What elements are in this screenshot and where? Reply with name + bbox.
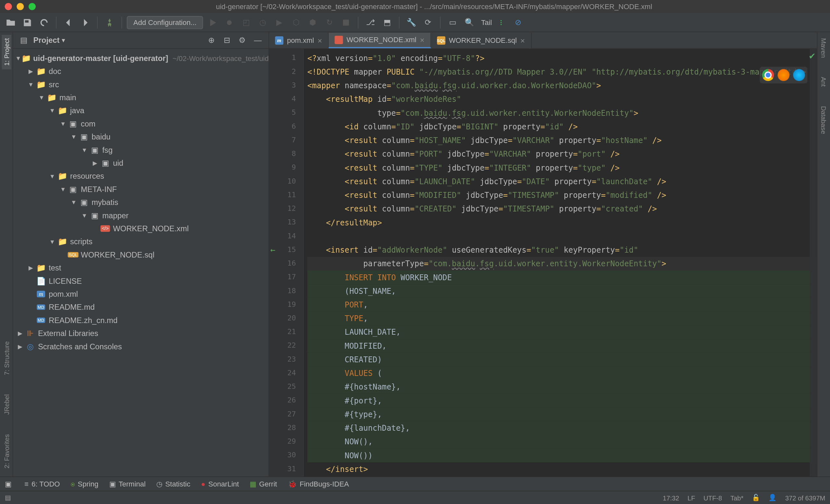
update-project-icon[interactable]: ⬒ (380, 15, 394, 30)
stop-icon[interactable] (339, 15, 353, 30)
chrome-icon[interactable] (762, 69, 774, 81)
coverage-icon[interactable]: ◰ (239, 15, 253, 30)
debug-icon[interactable] (222, 15, 236, 30)
bottom-tool-todo[interactable]: ≡6: TODO (24, 480, 60, 488)
panel-settings-icon[interactable]: ⚙ (236, 34, 248, 46)
tree-item[interactable]: ▼📁src (13, 77, 268, 91)
status-man-icon[interactable]: 👤 (768, 494, 777, 501)
attach-debug-icon[interactable]: ⬡ (289, 15, 303, 30)
bottom-tool-gerrit[interactable]: ▦Gerrit (250, 480, 277, 488)
package-icon: ▣ (68, 119, 78, 128)
panel-title[interactable]: Project ▾ (33, 36, 202, 45)
stripe-ant[interactable]: Ant (819, 73, 828, 90)
tree-item[interactable]: ▼📁scripts (13, 235, 268, 248)
bottom-tool-findbugsidea[interactable]: 🐞FindBugs-IDEA (288, 480, 349, 488)
maximize-window-button[interactable] (29, 3, 36, 10)
folder-icon: 📁 (36, 66, 46, 75)
stripe-jrebel[interactable]: JRebel (2, 391, 11, 418)
editor-tab[interactable]: SQLWORKER_NODE.sql× (431, 33, 532, 48)
sync-settings-icon[interactable]: ⟳ (421, 15, 436, 30)
md-icon: MD (36, 317, 46, 323)
tool-window-quick-access-icon[interactable]: ▣ (5, 480, 11, 488)
profile-icon[interactable]: ◷ (255, 15, 270, 30)
tree-item[interactable]: ▼▣fsg (13, 143, 268, 156)
tree-ext-libs[interactable]: ▶ ⊪ External Libraries (13, 326, 268, 339)
tree-item[interactable]: ▼▣mybatis (13, 195, 268, 208)
tree-item[interactable]: mpom.xml (13, 287, 268, 300)
heartbeat-icon[interactable]: ⫶ (494, 15, 508, 30)
status-memory[interactable]: 372 of 6397M (785, 494, 826, 501)
tree-item[interactable]: ▶▣uid (13, 156, 268, 169)
locate-file-icon[interactable]: ⊕ (205, 34, 218, 46)
editor-gutter[interactable]: 1234567891011121314←15161718192021222324… (269, 49, 304, 477)
status-line-ending[interactable]: LF (687, 494, 695, 501)
editor-tab[interactable]: WORKER_NODE.xml× (329, 33, 431, 48)
close-tab-icon[interactable]: × (317, 36, 322, 45)
bottom-tool-spring[interactable]: ⍟Spring (71, 480, 99, 488)
tree-item[interactable]: ▼▣baidu (13, 130, 268, 143)
editor-tab[interactable]: mpom.xml× (269, 33, 329, 48)
tree-item[interactable]: MDREADME.md (13, 300, 268, 313)
status-stripe[interactable]: ✔ (810, 49, 817, 477)
status-encoding[interactable]: UTF-8 (704, 494, 722, 501)
block-icon[interactable]: ⊘ (511, 15, 525, 30)
hotswap-icon[interactable]: ↻ (322, 15, 337, 30)
browser-preview-icons (760, 67, 807, 83)
stripe-favorites[interactable]: 2: Favorites (2, 430, 11, 472)
build-icon[interactable] (102, 15, 117, 30)
presentation-icon[interactable]: ▭ (445, 15, 460, 30)
vcs-icon[interactable]: ⎇ (363, 15, 377, 30)
forward-icon[interactable] (78, 15, 92, 30)
tree-item[interactable]: ▼▣com (13, 117, 268, 130)
tree-item[interactable]: ▼📁resources (13, 169, 268, 182)
collapse-all-icon[interactable]: ⊟ (221, 34, 233, 46)
left-tool-stripe: 1: Project 7: Structure JRebel 2: Favori… (0, 32, 13, 476)
hide-panel-icon[interactable]: — (252, 34, 264, 46)
run-anything-icon[interactable]: ▶ (272, 15, 286, 30)
run-config-button[interactable]: Add Configuration... (127, 16, 203, 29)
close-tab-icon[interactable]: × (520, 36, 525, 45)
editor-tabs: mpom.xml×WORKER_NODE.xml×SQLWORKER_NODE.… (269, 32, 817, 49)
tree-item[interactable]: ▼▣mapper (13, 209, 268, 222)
status-tab[interactable]: Tab* (731, 494, 743, 501)
tail-label[interactable]: Tail (481, 18, 492, 27)
bottom-tool-terminal[interactable]: ▣Terminal (109, 480, 146, 488)
tree-item[interactable]: MDREADME.zh_cn.md (13, 313, 268, 326)
minimize-window-button[interactable] (17, 3, 24, 10)
bottom-tool-sonarlint[interactable]: ●SonarLint (201, 480, 239, 488)
search-everywhere-icon[interactable]: 🔍 (462, 15, 476, 30)
tree-item[interactable]: ▶📁test (13, 261, 268, 274)
tree-root[interactable]: ▼ 📁 uid-generator-master [uid-generator]… (13, 51, 268, 64)
safari-icon[interactable] (793, 69, 805, 81)
open-file-icon[interactable] (4, 15, 18, 30)
m-file-icon: m (275, 36, 283, 45)
stripe-project[interactable]: 1: Project (2, 35, 11, 69)
tree-item[interactable]: ▼📁main (13, 91, 268, 103)
panel-view-icon[interactable]: ▤ (18, 34, 30, 46)
settings-icon[interactable]: 🔧 (404, 15, 419, 30)
close-window-button[interactable] (5, 3, 12, 10)
back-icon[interactable] (61, 15, 75, 30)
stripe-database[interactable]: Database (819, 102, 828, 137)
project-tree[interactable]: ▼ 📁 uid-generator-master [uid-generator]… (13, 49, 268, 477)
folder-icon: 📁 (36, 263, 46, 272)
firefox-icon[interactable] (777, 69, 790, 81)
status-hint-icon[interactable]: ▤ (5, 494, 11, 501)
tree-item[interactable]: ▼📁java (13, 104, 268, 117)
stripe-structure[interactable]: 7: Structure (2, 338, 11, 379)
sync-icon[interactable] (37, 15, 51, 30)
tree-item[interactable]: ▼▣META-INF (13, 182, 268, 195)
run-icon[interactable] (205, 15, 220, 30)
editor-code[interactable]: <?xml version="1.0" encoding="UTF-8"?><!… (304, 49, 817, 477)
tree-scratches[interactable]: ▶ ◎ Scratches and Consoles (13, 340, 268, 352)
tree-item[interactable]: </>WORKER_NODE.xml (13, 222, 268, 234)
save-icon[interactable] (20, 15, 34, 30)
run-dashboard-icon[interactable]: ⬢ (306, 15, 320, 30)
tree-item[interactable]: 📄LICENSE (13, 274, 268, 287)
tree-item[interactable]: SQLWORKER_NODE.sql (13, 248, 268, 261)
close-tab-icon[interactable]: × (420, 35, 424, 44)
stripe-maven[interactable]: Maven (819, 35, 828, 62)
bottom-tool-statistic[interactable]: ◷Statistic (156, 480, 190, 488)
tree-item[interactable]: ▶📁doc (13, 64, 268, 77)
status-lock-icon[interactable]: 🔓 (752, 494, 760, 501)
